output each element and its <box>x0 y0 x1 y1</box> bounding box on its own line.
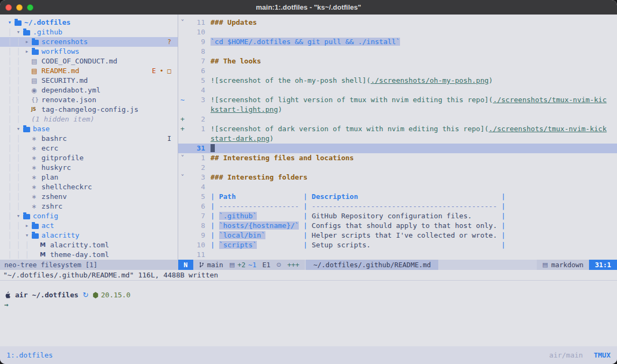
editor-panel: ˅11### Updates 10 9`cd $HOME/.dotfiles &… <box>178 15 617 260</box>
tree-item-screenshots[interactable]: ││▸screenshots? <box>0 37 178 47</box>
editor-line[interactable]: 5| Path | Description | <box>178 192 617 202</box>
tree-item-shellcheckrc[interactable]: ││ ∗shellcheckrc <box>0 182 178 192</box>
folder-icon <box>23 214 30 219</box>
chevron-down-icon[interactable]: ▾ <box>14 211 23 221</box>
indent-guide: │ <box>5 163 14 173</box>
tree-item-huskyrc[interactable]: ││ ∗huskyrc <box>0 163 178 173</box>
expander-spacer <box>31 250 40 260</box>
line-text: | `hosts/{hostname}/` | Configs that sho… <box>211 221 617 231</box>
sign-column <box>178 56 187 66</box>
tree-item-security.md[interactable]: ││ ▤SECURITY.md <box>0 76 178 85</box>
chevron-right-icon[interactable]: ▸ <box>23 37 31 47</box>
chevron-down-icon[interactable]: ▾ <box>5 18 14 27</box>
text-segment: `cd $HOME/.dotfiles && git pull && ./ins… <box>211 38 400 46</box>
editor-line[interactable]: 9`cd $HOME/.dotfiles && git pull && ./in… <box>178 37 617 47</box>
editor-line[interactable]: 8| `hosts/{hostname}/` | Configs that sh… <box>178 221 617 231</box>
tree-item-label: zshrc <box>41 202 62 211</box>
editor-line[interactable]: 2 <box>178 163 617 173</box>
tree-item-label: CODE_OF_CONDUCT.md <box>41 56 117 66</box>
tree-item-zshenv[interactable]: ││ ∗zshenv <box>0 192 178 202</box>
tree-item-config[interactable]: │▾config <box>0 211 178 221</box>
tree-item-plan[interactable]: ││ ∗plan <box>0 173 178 182</box>
status-badge: E <box>152 66 156 76</box>
diff-added: +2 <box>237 260 246 270</box>
tree-item-act[interactable]: ││▸act <box>0 221 178 231</box>
chevron-right-icon[interactable]: ▸ <box>23 221 31 231</box>
tmux-window-name[interactable]: 1:.dotfiles <box>6 351 53 359</box>
editor-line[interactable]: 9| `local/bin` | Helper scripts that I'v… <box>178 231 617 240</box>
chevron-down-icon[interactable]: ▾ <box>14 124 23 134</box>
neotree-statusline: neo-tree filesystem [1] <box>0 260 178 270</box>
editor-line[interactable]: ˅1## Interesting files and locations <box>178 153 617 163</box>
text-segment: | <box>497 212 506 220</box>
indent-guide: │ <box>14 134 23 144</box>
editor-line[interactable]: 4 <box>178 182 617 192</box>
line-number: 7 <box>187 211 211 221</box>
zoom-button[interactable] <box>27 4 33 11</box>
chevron-down-icon[interactable]: ▾ <box>23 231 31 240</box>
editor-line[interactable]: start-dark.png) <box>178 134 617 144</box>
mode-indicator: N <box>178 260 193 270</box>
editor-line[interactable]: +2 <box>178 115 617 124</box>
editor-line[interactable]: 6 <box>178 66 617 76</box>
indent-guide: │ <box>5 153 14 163</box>
line-text <box>211 182 617 192</box>
editor-line[interactable]: 11 <box>178 250 617 260</box>
tree-item-code-of-conduct.md[interactable]: ││ ▤CODE_OF_CONDUCT.md <box>0 56 178 66</box>
editor-line[interactable]: 10 <box>178 27 617 37</box>
text-segment: ./screenshots/tmux-nvim-kick <box>489 125 607 133</box>
tree-item-zshrc[interactable]: ││ ∗zshrc <box>0 202 178 211</box>
tree-item-base[interactable]: │▾base <box>0 124 178 134</box>
tree-item-tag-changelog-config.js[interactable]: ││ JStag-changelog-config.js <box>0 105 178 115</box>
indent-guide: │ <box>14 240 23 250</box>
tree-item-gitprofile[interactable]: ││ ∗gitprofile <box>0 153 178 163</box>
status-badge: I <box>167 134 171 144</box>
tree-item-.github[interactable]: │▾.github <box>0 27 178 37</box>
tree-item-alacritty.toml[interactable]: │││ Malacritty.toml <box>0 240 178 250</box>
tree-item-bashrc[interactable]: ││ ∗bashrcI <box>0 134 178 144</box>
editor-line[interactable]: 8 <box>178 47 617 56</box>
doc-icon: ▤ <box>31 76 40 85</box>
shell-pane[interactable]: air ~/.dotfiles ↻ 20.15.0 → <box>0 280 617 346</box>
line-text: | ------------------- | ----------------… <box>211 202 617 211</box>
editor-line[interactable]: 7| `.github` | GitHub Repository configu… <box>178 211 617 221</box>
toml-icon: M <box>40 250 48 260</box>
tree-item-ecrc[interactable]: ││ ∗ecrc <box>0 144 178 153</box>
minimize-button[interactable] <box>16 4 23 11</box>
editor-line[interactable]: ˅3### Interesting folders <box>178 173 617 182</box>
tree-item-label: act <box>41 221 54 231</box>
text-segment: | <box>299 212 311 220</box>
tree-item-dependabot.yml[interactable]: ││ ◉dependabot.yml <box>0 85 178 95</box>
tree-item-1-hidden-item[interactable]: ││ (1 hidden item) <box>0 115 178 124</box>
chevron-down-icon[interactable]: ▾ <box>14 27 23 37</box>
terminal-window: main:1:.dotfiles - "ks~/.dotfiles" ▾~/.d… <box>0 0 617 364</box>
fold-sign: ˅ <box>178 18 187 27</box>
line-text: | Path | Description | <box>211 192 617 202</box>
editor-line[interactable]: 4 <box>178 85 617 95</box>
neotree-panel: ▾~/.dotfiles│▾.github││▸screenshots?││▸w… <box>0 15 178 260</box>
line-number: 7 <box>187 56 211 66</box>
line-text <box>211 47 617 56</box>
editor-line[interactable]: +1![screenshot of dark version of tmux w… <box>178 124 617 134</box>
plugin-icon: ⊙ <box>276 260 281 270</box>
tree-item-readme.md[interactable]: ││ ▤README.mdE•□ <box>0 66 178 76</box>
tree-item-~-.dotfiles[interactable]: ▾~/.dotfiles <box>0 18 178 27</box>
editor-line[interactable]: 5![screenshot of the oh-my-posh shell](.… <box>178 76 617 85</box>
close-button[interactable] <box>5 4 12 11</box>
tree-item-theme-day.toml[interactable]: │││ Mtheme-day.toml <box>0 250 178 260</box>
tree-item-label: plan <box>41 173 58 182</box>
line-number: 1 <box>187 124 211 134</box>
indent-guide: │ <box>14 163 23 173</box>
tree-item-alacritty[interactable]: ││▾alacritty <box>0 231 178 240</box>
tree-item-renovate.json[interactable]: ││ {}renovate.json <box>0 95 178 105</box>
editor-line[interactable]: 10| `scripts` | Setup scripts. | <box>178 240 617 250</box>
editor-line[interactable]: ~3![screenshot of light version of tmux … <box>178 95 617 105</box>
tree-item-workflows[interactable]: ││▸workflows <box>0 47 178 56</box>
editor-line[interactable]: 7## The looks <box>178 56 617 66</box>
indent-guide: │ <box>5 182 14 192</box>
editor-line[interactable]: kstart-light.png) <box>178 105 617 115</box>
editor-line[interactable]: ˅11### Updates <box>178 18 617 27</box>
editor-cursor-line[interactable]: 31 <box>178 144 617 153</box>
chevron-right-icon[interactable]: ▸ <box>23 47 31 56</box>
editor-line[interactable]: 6| ------------------- | ---------------… <box>178 202 617 211</box>
